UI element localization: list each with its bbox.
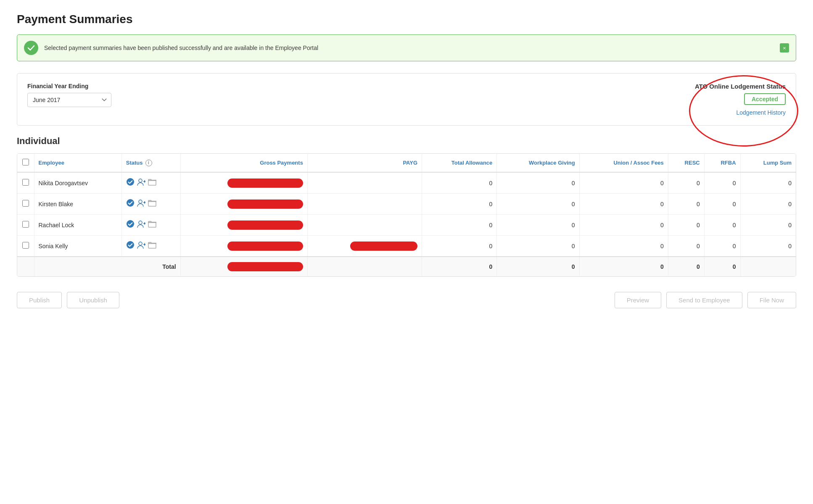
employee-name: Kirsten Blake	[34, 194, 121, 215]
th-gross-payments: Gross Payments	[180, 154, 307, 172]
payg-redacted	[350, 242, 417, 251]
ato-title: ATO Online Lodgement Status	[695, 83, 786, 90]
workplace-giving-cell: 0	[497, 194, 579, 215]
folder-icon[interactable]	[148, 242, 156, 250]
status-cell	[121, 215, 180, 236]
banner-message: Selected payment summaries have been pub…	[44, 45, 318, 51]
gross-payments-cell	[180, 215, 307, 236]
totals-checkbox-cell	[17, 257, 34, 276]
gross-payments-cell	[180, 194, 307, 215]
lump-sum-cell: 0	[740, 172, 796, 194]
totals-workplace-giving: 0	[497, 257, 579, 276]
totals-gross-payments	[180, 257, 307, 276]
total-allowance-cell: 0	[422, 172, 497, 194]
svg-point-1	[139, 179, 142, 182]
add-user-icon[interactable]	[137, 242, 145, 251]
status-info-icon[interactable]: i	[145, 160, 152, 166]
union-assoc-fees-cell: 0	[579, 194, 668, 215]
check-circle-icon	[126, 178, 135, 188]
send-to-employee-button[interactable]: Send to Employee	[666, 292, 742, 308]
rfba-cell: 0	[704, 236, 740, 257]
employees-table-wrapper: Employee Status i Gross Payments PAYG	[17, 153, 796, 277]
check-circle-icon	[126, 241, 135, 251]
publish-button[interactable]: Publish	[17, 292, 62, 308]
gross-payments-cell	[180, 236, 307, 257]
row-checkbox-cell	[17, 215, 34, 236]
th-union-assoc-fees: Union / Assoc Fees	[579, 154, 668, 172]
ato-status-badge: Accepted	[744, 93, 786, 105]
file-now-button[interactable]: File Now	[747, 292, 796, 308]
union-assoc-fees-cell: 0	[579, 236, 668, 257]
row-checkbox[interactable]	[22, 242, 29, 249]
svg-point-9	[139, 221, 142, 224]
filter-section: Financial Year Ending June 2017 June 201…	[17, 73, 796, 126]
total-allowance-cell: 0	[422, 236, 497, 257]
success-icon	[24, 41, 38, 55]
lump-sum-cell: 0	[740, 215, 796, 236]
svg-point-13	[139, 242, 142, 245]
table-footer: Total 0 0 0 0 0	[17, 257, 796, 276]
svg-point-4	[127, 199, 134, 207]
total-allowance-cell: 0	[422, 215, 497, 236]
lodgement-history-link[interactable]: Lodgement History	[695, 109, 786, 116]
status-cell	[121, 236, 180, 257]
totals-resc: 0	[668, 257, 704, 276]
banner-close-button[interactable]: ×	[780, 43, 789, 52]
totals-rfba: 0	[704, 257, 740, 276]
workplace-giving-cell: 0	[497, 172, 579, 194]
individual-section-title: Individual	[17, 136, 796, 147]
row-checkbox[interactable]	[22, 179, 29, 186]
folder-icon[interactable]	[148, 178, 156, 187]
th-total-allowance: Total Allowance	[422, 154, 497, 172]
right-button-group: Preview Send to Employee File Now	[615, 292, 796, 308]
gross-payments-redacted	[227, 220, 303, 230]
page-title: Payment Summaries	[17, 13, 796, 26]
filter-label: Financial Year Ending	[27, 83, 111, 89]
rfba-cell: 0	[704, 172, 740, 194]
ato-wrapper: ATO Online Lodgement Status Accepted Lod…	[695, 83, 786, 116]
unpublish-button[interactable]: Unpublish	[67, 292, 119, 308]
add-user-icon[interactable]	[137, 220, 145, 230]
check-circle-icon	[126, 220, 135, 230]
select-all-checkbox[interactable]	[22, 159, 29, 165]
th-resc: RESC	[668, 154, 704, 172]
row-checkbox-cell	[17, 194, 34, 215]
table-body: Nikita Dorogavtsev	[17, 172, 796, 257]
success-banner: Selected payment summaries have been pub…	[17, 34, 796, 61]
add-user-icon[interactable]	[137, 178, 145, 188]
filter-left: Financial Year Ending June 2017 June 201…	[27, 83, 111, 107]
folder-icon[interactable]	[148, 220, 156, 229]
row-checkbox[interactable]	[22, 221, 29, 228]
totals-row: Total 0 0 0 0 0	[17, 257, 796, 276]
status-cell	[121, 194, 180, 215]
workplace-giving-cell: 0	[497, 236, 579, 257]
check-circle-icon	[126, 199, 135, 209]
th-workplace-giving: Workplace Giving	[497, 154, 579, 172]
totals-gross-redacted	[227, 262, 303, 271]
employee-name: Nikita Dorogavtsev	[34, 172, 121, 194]
folder-icon[interactable]	[148, 200, 156, 208]
status-cell	[121, 172, 180, 194]
totals-union-assoc-fees: 0	[579, 257, 668, 276]
left-button-group: Publish Unpublish	[17, 292, 119, 308]
rfba-cell: 0	[704, 194, 740, 215]
filter-row: Financial Year Ending June 2017 June 201…	[27, 83, 786, 116]
status-icons	[126, 220, 176, 230]
th-payg: PAYG	[307, 154, 422, 172]
row-checkbox[interactable]	[22, 200, 29, 207]
payg-cell	[307, 236, 422, 257]
table-row: Kirsten Blake	[17, 194, 796, 215]
gross-payments-redacted	[227, 178, 303, 188]
totals-total-allowance: 0	[422, 257, 497, 276]
totals-payg	[307, 257, 422, 276]
add-user-icon[interactable]	[137, 200, 145, 209]
payg-cell	[307, 215, 422, 236]
financial-year-select[interactable]: June 2017 June 2016 June 2015	[27, 93, 111, 107]
gross-payments-cell	[180, 172, 307, 194]
preview-button[interactable]: Preview	[615, 292, 661, 308]
table-row: Rachael Lock	[17, 215, 796, 236]
svg-point-8	[127, 220, 134, 228]
bottom-bar: Publish Unpublish Preview Send to Employ…	[17, 285, 796, 308]
totals-label: Total	[34, 257, 180, 276]
rfba-cell: 0	[704, 215, 740, 236]
